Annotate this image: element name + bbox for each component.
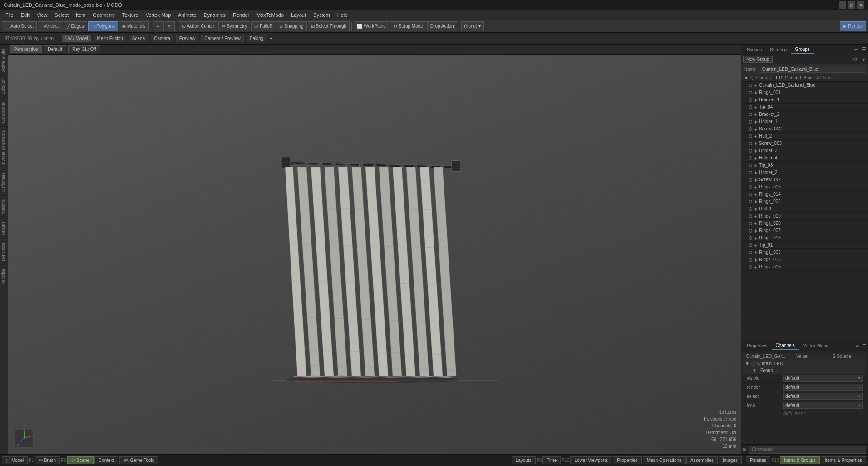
- scene-item-20[interactable]: ◈ Rings_007: [741, 227, 868, 234]
- ray-gl-tab[interactable]: Ray GL: Off: [68, 45, 100, 53]
- item-dot[interactable]: [749, 149, 752, 153]
- symmetry-button[interactable]: ⇔ Symmetry: [218, 21, 250, 31]
- item-dot[interactable]: [749, 193, 752, 196]
- menu-system[interactable]: System: [310, 11, 334, 19]
- item-dot[interactable]: [749, 156, 752, 160]
- scene-item-23[interactable]: ◈ Rings_003: [741, 249, 868, 256]
- scene-tab[interactable]: Scene: [129, 35, 148, 42]
- item-dot[interactable]: [749, 134, 752, 138]
- left-tab-colour[interactable]: Colo(u)r: [0, 75, 8, 98]
- time-button[interactable]: Time: [542, 456, 561, 464]
- default-tab[interactable]: Default: [44, 45, 66, 53]
- menu-geometry[interactable]: Geometry: [89, 11, 118, 19]
- palettes-button[interactable]: Palettes: [746, 456, 770, 464]
- lock-value-dropdown[interactable]: default ▾: [783, 402, 863, 409]
- scene-item-21[interactable]: ◈ Rings_018: [741, 234, 868, 242]
- menu-dynamics[interactable]: Dynamics: [200, 11, 229, 19]
- left-tab-constraints[interactable]: Constraints: [0, 98, 8, 127]
- minimize-button[interactable]: ─: [839, 1, 846, 9]
- channels-tab[interactable]: Channels: [772, 342, 799, 350]
- action-center-button[interactable]: ⊙ Action Center: [179, 21, 218, 31]
- group-expand-icon[interactable]: ▼: [744, 75, 749, 80]
- props-expand-icon[interactable]: ⇐: [856, 343, 859, 348]
- item-dot[interactable]: [749, 98, 752, 102]
- left-tab-particles[interactable]: Particles: [0, 265, 8, 288]
- scene-item-5[interactable]: ◈ Holder_1: [741, 118, 868, 125]
- scene-item-10[interactable]: ◈ Holder_4: [741, 154, 868, 162]
- props-options-icon[interactable]: ☰: [862, 343, 866, 348]
- baking-tab[interactable]: Baking: [247, 35, 267, 42]
- item-dot[interactable]: [749, 222, 752, 225]
- menu-render[interactable]: Render: [229, 11, 253, 19]
- items-groups-button[interactable]: Items & Groups: [780, 456, 819, 464]
- item-dot[interactable]: [749, 91, 752, 94]
- camera-preview-tab[interactable]: Camera / Preview: [201, 35, 243, 42]
- snapping-button[interactable]: ⊕ Snapping: [276, 21, 306, 31]
- item-dot[interactable]: [749, 265, 752, 269]
- item-dot[interactable]: [749, 229, 752, 233]
- transform-button[interactable]: ↔: [153, 21, 164, 31]
- left-tab-ik[interactable]: Inverse Kinematics: [0, 126, 8, 169]
- item-dot[interactable]: [749, 127, 752, 131]
- setup-mode-button[interactable]: ⚙ Setup Mode: [390, 21, 426, 31]
- scene-item-6[interactable]: ◈ Screw_002: [741, 125, 868, 133]
- left-tab-deformers[interactable]: Deformers: [0, 169, 8, 195]
- menu-maxtomodo[interactable]: MaxToModo: [253, 11, 287, 19]
- model-button[interactable]: ⬚ Model: [2, 456, 28, 464]
- left-tab-weights[interactable]: Weights: [0, 195, 8, 218]
- scene-item-4[interactable]: ◈ Bracket_2: [741, 111, 868, 118]
- item-dot[interactable]: [749, 185, 752, 189]
- maximize-button[interactable]: □: [848, 1, 855, 9]
- item-dot[interactable]: [749, 142, 752, 145]
- uv-model-tab[interactable]: UV / Model: [62, 35, 91, 42]
- command-input[interactable]: [749, 446, 866, 454]
- game-tools-button[interactable]: 🎮 Game Tools: [119, 456, 158, 464]
- f3-key[interactable]: F3: [61, 458, 66, 463]
- scene-item-13[interactable]: ◈ Screw_004: [741, 176, 868, 183]
- workplane-button[interactable]: ⬜ WorkPlane: [354, 21, 389, 31]
- drop-action-button[interactable]: Drop Action: [427, 21, 457, 31]
- scene-item-15[interactable]: ◈ Rings_014: [741, 191, 868, 198]
- menu-animate[interactable]: Animate: [174, 11, 200, 19]
- item-dot[interactable]: [749, 164, 752, 167]
- window-controls[interactable]: ─ □ ✕: [839, 1, 864, 9]
- vertices-button[interactable]: · Vertices: [38, 21, 63, 31]
- none-dropdown[interactable]: (none) ▾: [461, 21, 484, 31]
- item-dot[interactable]: [749, 171, 752, 174]
- item-dot[interactable]: [749, 243, 752, 247]
- f13-key[interactable]: F13: [771, 458, 779, 463]
- scene-item-17[interactable]: ◈ Hull_1: [741, 205, 868, 213]
- section-expand-icon[interactable]: ▼: [745, 361, 750, 366]
- scene-item-7[interactable]: ◈ Hull_2: [741, 133, 868, 140]
- scene-item-16[interactable]: ◈ Rings_006: [741, 198, 868, 205]
- scene-item-14[interactable]: ◈ Rings_005: [741, 183, 868, 191]
- context-button[interactable]: Context: [94, 456, 118, 464]
- vertex-maps-tab[interactable]: Vertex Maps: [799, 342, 832, 349]
- menu-layout[interactable]: Layout: [287, 11, 310, 19]
- scene-item-3[interactable]: ◈ Tip_04: [741, 104, 868, 111]
- items-properties-button[interactable]: Items & Properties: [821, 456, 866, 464]
- name-input[interactable]: [760, 66, 865, 73]
- menu-file[interactable]: File: [2, 11, 17, 19]
- mesh-fusion-tab[interactable]: Mesh Fusion: [94, 35, 126, 42]
- scene-item-25[interactable]: ◈ Rings_015: [741, 263, 868, 271]
- lower-viewports-button[interactable]: Lower Viewports: [570, 456, 612, 464]
- select-value-dropdown[interactable]: default ▾: [783, 393, 863, 400]
- menu-item[interactable]: Item: [72, 11, 89, 19]
- scene-item-0[interactable]: ◈ Curtain_LED_Garland_Blue: [741, 82, 868, 89]
- item-dot[interactable]: [749, 258, 752, 262]
- scene-item-19[interactable]: ◈ Rings_020: [741, 220, 868, 227]
- menu-select[interactable]: Select: [51, 11, 72, 19]
- properties-tab[interactable]: Properties: [743, 342, 771, 349]
- visible-value-dropdown[interactable]: default ▾: [783, 375, 863, 382]
- scene-item-22[interactable]: ◈ Tip_01: [741, 242, 868, 249]
- add-tab-button[interactable]: +: [269, 35, 272, 42]
- item-dot[interactable]: [749, 214, 752, 218]
- perspective-tab[interactable]: Perspective: [10, 45, 42, 53]
- auto-select-button[interactable]: ⬚ Auto Select: [2, 21, 37, 31]
- scene-item-8[interactable]: ◈ Screw_003: [741, 140, 868, 147]
- left-tab-groups[interactable]: Groups: [0, 218, 8, 239]
- menu-view[interactable]: View: [33, 11, 51, 19]
- scene-item-1[interactable]: ◈ Rings_001: [741, 89, 868, 96]
- scenes-tab[interactable]: Scenes: [743, 46, 765, 53]
